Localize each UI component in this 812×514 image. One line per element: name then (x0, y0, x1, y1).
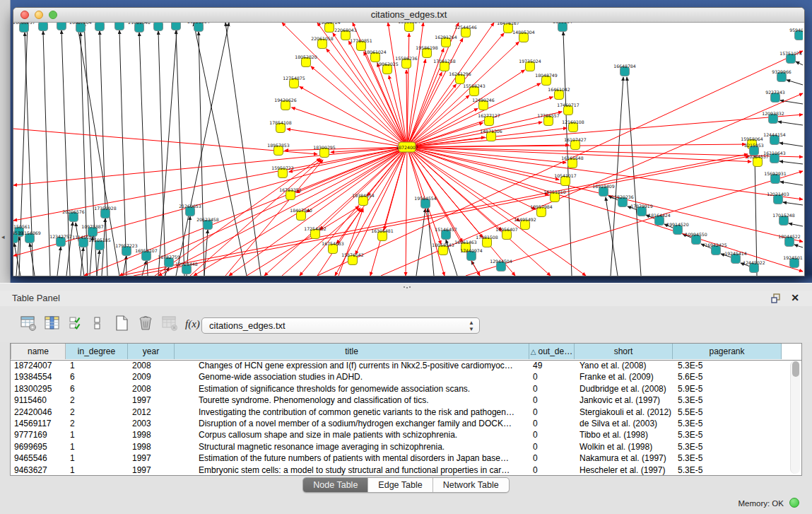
table-row[interactable]: 1938455462009Genome-wide association stu… (11, 371, 792, 382)
cell-title[interactable]: Changes of HCN gene expression and I(f) … (175, 360, 529, 371)
cell-out_degree[interactable]: 0 (529, 395, 575, 406)
table-row[interactable]: 1872400712008Changes of HCN gene express… (11, 360, 792, 371)
table-row[interactable]: 911546021997Tourette syndrome. Phenomeno… (11, 395, 792, 406)
cell-short[interactable]: de Silva et al. (2003) (575, 418, 673, 429)
cell-pagerank[interactable]: 5.3E-5 (673, 418, 782, 429)
network-node[interactable] (39, 23, 48, 31)
cell-out_degree[interactable]: 0 (529, 371, 575, 382)
cell-pagerank[interactable]: 5.3E-5 (673, 395, 782, 406)
cell-pagerank[interactable]: 5.5E-5 (673, 407, 782, 418)
cell-in_degree[interactable]: 6 (66, 371, 128, 382)
cell-name[interactable]: 9699695 (11, 441, 66, 452)
cell-in_degree[interactable]: 1 (66, 429, 128, 440)
column-header-year[interactable]: year (128, 344, 175, 359)
cell-title[interactable]: Embryonic stem cells: a model to study s… (175, 465, 529, 476)
cell-title[interactable]: Genome-wide association studies in ADHD. (175, 371, 529, 382)
table-settings-icon[interactable] (20, 315, 38, 333)
network-graph[interactable]: 1872400722061058180528201275487519420626… (13, 23, 803, 276)
column-header-pagerank[interactable]: pagerank (673, 344, 782, 359)
new-file-icon[interactable] (113, 315, 131, 333)
cell-short[interactable]: Tibbo et al. (1998) (575, 429, 673, 440)
network-canvas[interactable]: 1872400722061058180528201275487519420626… (13, 23, 803, 276)
tab-node-table[interactable]: Node Table (303, 478, 368, 492)
cell-year[interactable]: 1998 (128, 429, 175, 440)
column-header-short[interactable]: short (575, 344, 673, 359)
column-header-title[interactable]: title (175, 344, 529, 359)
cell-title[interactable]: Tourette syndrome. Phenomenology and cla… (175, 395, 529, 406)
table-row[interactable]: 969969511998Structural magnetic resonanc… (11, 441, 792, 452)
cell-pagerank[interactable]: 5.3E-5 (673, 452, 782, 464)
cell-out_degree[interactable]: 0 (529, 465, 575, 476)
cell-out_degree[interactable]: 0 (529, 452, 575, 464)
cell-in_degree[interactable]: 1 (66, 441, 128, 452)
cell-title[interactable]: Estimation of the future numbers of pati… (175, 452, 529, 464)
cell-short[interactable]: Dudbridge et al. (2008) (575, 383, 673, 395)
cell-year[interactable]: 2009 (128, 371, 175, 382)
window-titlebar[interactable]: citations_edges.txt (13, 8, 804, 23)
cell-pagerank[interactable]: 5.3E-5 (673, 465, 782, 476)
memory-status-indicator[interactable] (789, 498, 799, 508)
cell-short[interactable]: Franke et al. (2009) (575, 371, 673, 382)
cell-in_degree[interactable]: 2 (66, 418, 128, 429)
cell-title[interactable]: Investigating the contribution of common… (175, 407, 529, 418)
cell-year[interactable]: 1997 (128, 465, 175, 476)
scrollbar-thumb[interactable] (792, 361, 799, 377)
network-node[interactable] (115, 23, 124, 30)
cell-name[interactable]: 14569117 (11, 418, 66, 429)
cell-year[interactable]: 1997 (128, 452, 175, 464)
cell-in_degree[interactable]: 2 (66, 407, 128, 418)
cell-year[interactable]: 1998 (128, 441, 175, 452)
delete-table-icon[interactable] (161, 315, 180, 333)
cell-out_degree[interactable]: 0 (529, 383, 575, 395)
minimize-window-button[interactable] (35, 11, 43, 19)
table-row[interactable]: 946362711997Embryonic stem cells: a mode… (11, 465, 792, 476)
table-row[interactable]: 977716911998Corpus callosum shape and si… (11, 429, 792, 440)
divider-grip-icon[interactable] (403, 286, 411, 289)
cell-title[interactable]: Disruption of a novel member of a sodium… (175, 418, 529, 429)
cell-short[interactable]: Wolkin et al. (1998) (575, 441, 673, 452)
cell-name[interactable]: 18724007 (11, 360, 66, 371)
close-window-button[interactable] (20, 11, 29, 19)
cell-name[interactable]: 19384554 (11, 371, 66, 382)
row-height-icon[interactable] (89, 315, 107, 333)
cell-short[interactable]: Stergiakouli et al. (2012) (575, 407, 673, 418)
cell-name[interactable]: 9777169 (11, 429, 66, 440)
cell-in_degree[interactable]: 2 (66, 395, 128, 406)
float-panel-icon[interactable] (771, 293, 781, 303)
cell-pagerank[interactable]: 5.6E-5 (673, 371, 782, 382)
cell-out_degree[interactable]: 0 (529, 441, 575, 452)
maximize-window-button[interactable] (49, 11, 57, 19)
table-scrollbar[interactable] (790, 361, 800, 474)
cell-year[interactable]: 2008 (128, 383, 175, 395)
cell-short[interactable]: Yano et al. (2008) (575, 360, 673, 371)
network-node[interactable] (172, 23, 181, 30)
cell-name[interactable]: 9463627 (11, 465, 66, 476)
cell-name[interactable]: 9115460 (11, 395, 66, 406)
cell-year[interactable]: 1997 (128, 395, 175, 406)
table-row[interactable]: 1830029562008Estimation of significance … (11, 383, 792, 395)
tab-network-table[interactable]: Network Table (433, 478, 509, 492)
cell-title[interactable]: Structural magnetic resonance image aver… (175, 441, 529, 452)
column-header-in_degree[interactable]: in_degree (66, 344, 128, 359)
cell-short[interactable]: Jankovic et al. (1997) (575, 395, 673, 406)
cell-short[interactable]: Hescheler et al. (1997) (575, 465, 673, 476)
cell-year[interactable]: 2008 (128, 360, 175, 371)
cell-title[interactable]: Corpus callosum shape and size in male p… (175, 429, 529, 440)
network-node[interactable] (57, 23, 66, 30)
column-header-out_de[interactable]: △out_de… (529, 344, 575, 359)
close-panel-icon[interactable]: ✕ (791, 292, 799, 303)
cell-out_degree[interactable]: 49 (529, 360, 575, 371)
select-rows-icon[interactable] (68, 315, 86, 333)
cell-out_degree[interactable]: 0 (529, 407, 575, 418)
table-row[interactable]: 2242004622012Investigating the contribut… (11, 407, 792, 418)
network-node[interactable] (95, 23, 105, 31)
collapse-panel-icon[interactable]: ◂ (1, 233, 5, 240)
cell-year[interactable]: 2012 (128, 407, 175, 418)
cell-pagerank[interactable]: 5.9E-5 (673, 383, 782, 395)
cell-name[interactable]: 9465546 (11, 452, 66, 464)
table-row[interactable]: 946554611997Estimation of the future num… (11, 452, 792, 464)
column-header-name[interactable]: name (11, 344, 66, 359)
cell-in_degree[interactable]: 1 (66, 465, 128, 476)
cell-name[interactable]: 18300295 (11, 383, 66, 395)
table-source-select[interactable]: citations_edges.txt ▲▼ (201, 317, 480, 334)
